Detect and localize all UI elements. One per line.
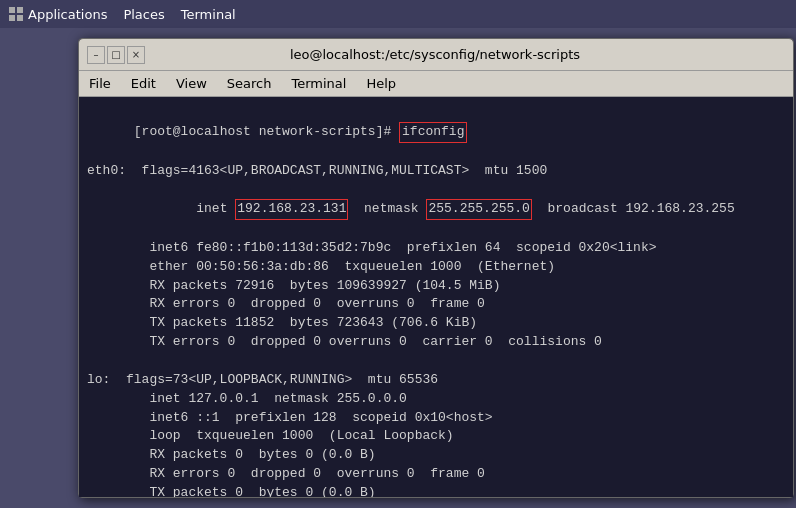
- broadcast-text: broadcast 192.168.23.255: [532, 201, 735, 216]
- svg-rect-2: [9, 15, 15, 21]
- terminal-menu[interactable]: Terminal: [181, 7, 236, 22]
- command-line: [root@localhost network-scripts]# ifconf…: [87, 103, 785, 162]
- places-menu[interactable]: Places: [123, 7, 164, 22]
- lo-rx-errors-line: RX errors 0 dropped 0 overruns 0 frame 0: [87, 465, 785, 484]
- tx-errors-line: TX errors 0 dropped 0 overruns 0 carrier…: [87, 333, 785, 352]
- menu-bar: File Edit View Search Terminal Help: [79, 71, 793, 97]
- menu-search[interactable]: Search: [221, 74, 278, 93]
- ether-line: ether 00:50:56:3a:db:86 txqueuelen 1000 …: [87, 258, 785, 277]
- ifconfig-cmd: ifconfig: [399, 122, 467, 143]
- eth0-flags-line: eth0: flags=4163<UP,BROADCAST,RUNNING,MU…: [87, 162, 785, 181]
- tx-packets-line: TX packets 11852 bytes 723643 (706.6 KiB…: [87, 314, 785, 333]
- svg-rect-1: [17, 7, 23, 13]
- ip-address: 192.168.23.131: [235, 199, 348, 220]
- lo-tx-packets-line: TX packets 0 bytes 0 (0.0 B): [87, 484, 785, 497]
- system-bar: Applications Places Terminal: [0, 0, 796, 28]
- lo-flags-line: lo: flags=73<UP,LOOPBACK,RUNNING> mtu 65…: [87, 371, 785, 390]
- title-bar: – □ × leo@localhost:/etc/sysconfig/netwo…: [79, 39, 793, 71]
- maximize-button[interactable]: □: [107, 46, 125, 64]
- inet-line: inet 192.168.23.131 netmask 255.255.255.…: [87, 180, 785, 239]
- lo-inet-line: inet 127.0.0.1 netmask 255.0.0.0: [87, 390, 785, 409]
- inet-prefix: inet: [134, 201, 235, 216]
- menu-view[interactable]: View: [170, 74, 213, 93]
- lo-loop-line: loop txqueuelen 1000 (Local Loopback): [87, 427, 785, 446]
- terminal-output[interactable]: [root@localhost network-scripts]# ifconf…: [79, 97, 793, 497]
- window-title: leo@localhost:/etc/sysconfig/network-scr…: [145, 47, 725, 62]
- blank-line: [87, 352, 785, 371]
- apps-icon: [8, 6, 24, 22]
- lo-rx-packets-line: RX packets 0 bytes 0 (0.0 B): [87, 446, 785, 465]
- menu-file[interactable]: File: [83, 74, 117, 93]
- inet6-line: inet6 fe80::f1b0:113d:35d2:7b9c prefixle…: [87, 239, 785, 258]
- applications-menu[interactable]: Applications: [8, 6, 107, 22]
- netmask-value: 255.255.255.0: [426, 199, 531, 220]
- netmask-label: netmask: [348, 201, 426, 216]
- rx-errors-line: RX errors 0 dropped 0 overruns 0 frame 0: [87, 295, 785, 314]
- rx-packets-line: RX packets 72916 bytes 109639927 (104.5 …: [87, 277, 785, 296]
- minimize-button[interactable]: –: [87, 46, 105, 64]
- lo-inet6-line: inet6 ::1 prefixlen 128 scopeid 0x10<hos…: [87, 409, 785, 428]
- places-label: Places: [123, 7, 164, 22]
- svg-rect-3: [17, 15, 23, 21]
- menu-edit[interactable]: Edit: [125, 74, 162, 93]
- menu-terminal[interactable]: Terminal: [285, 74, 352, 93]
- applications-label: Applications: [28, 7, 107, 22]
- menu-help[interactable]: Help: [360, 74, 402, 93]
- terminal-label: Terminal: [181, 7, 236, 22]
- svg-rect-0: [9, 7, 15, 13]
- window-controls: – □ ×: [87, 46, 145, 64]
- terminal-window: – □ × leo@localhost:/etc/sysconfig/netwo…: [78, 38, 794, 498]
- close-button[interactable]: ×: [127, 46, 145, 64]
- prompt: [root@localhost network-scripts]#: [134, 124, 399, 139]
